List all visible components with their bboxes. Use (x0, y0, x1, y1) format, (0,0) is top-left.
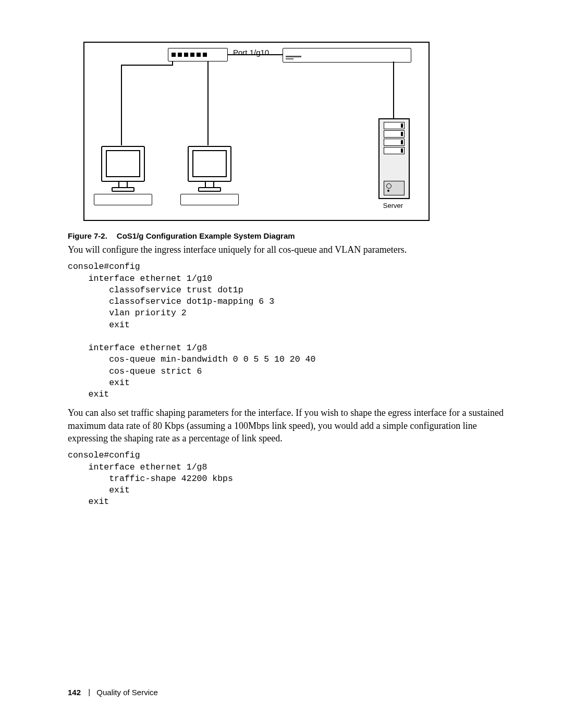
code-block: console#config interface ethernet 1/g8 t… (68, 450, 506, 508)
figure-diagram: Port 1/g10 Port 1/g8 (83, 42, 430, 221)
server-label: Server (377, 202, 409, 209)
body-paragraph: You can also set traffic shaping paramet… (68, 406, 506, 445)
page: Port 1/g10 Port 1/g8 (0, 0, 563, 728)
figure-caption: Figure 7-2.CoS1/g Configuration Example … (68, 231, 506, 240)
code-block: console#config interface ethernet 1/g10 … (68, 261, 506, 400)
router-icon (283, 48, 411, 63)
body-paragraph: You will configure the ingress interface… (68, 243, 506, 256)
server-icon (378, 118, 410, 199)
workstation-icon (178, 146, 241, 205)
page-footer: 142 | Quality of Service (68, 688, 158, 697)
port-label-left: Port 1/g10 (233, 48, 269, 57)
figure-number: Figure 7-2. (68, 231, 107, 240)
figure-title: CoS1/g Configuration Example System Diag… (117, 231, 295, 240)
footer-separator: | (88, 687, 90, 696)
page-number: 142 (68, 688, 81, 697)
switch-icon (168, 48, 228, 61)
footer-section: Quality of Service (96, 688, 158, 697)
workstation-icon (92, 146, 154, 205)
